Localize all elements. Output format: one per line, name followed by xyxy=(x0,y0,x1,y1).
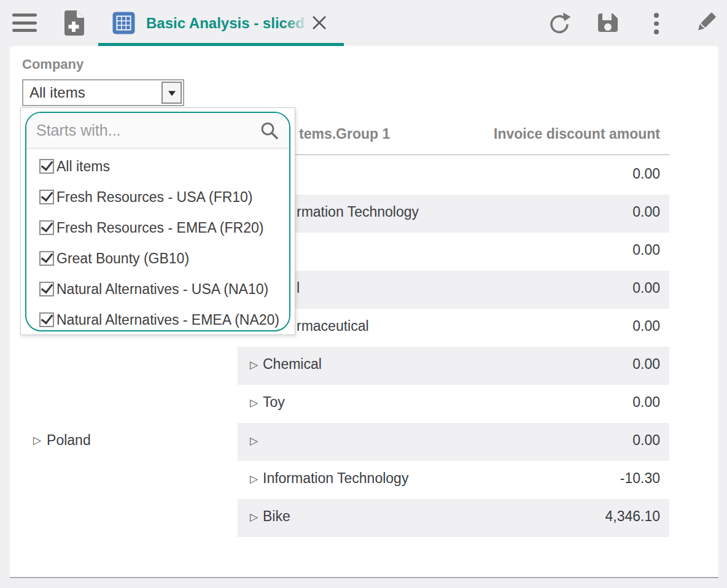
toolbar: Basic Analysis - sliced xyxy=(0,0,727,46)
checkbox-checked-icon[interactable] xyxy=(39,282,54,296)
row-label-fragment: l xyxy=(297,280,300,296)
slicer-search-box[interactable] xyxy=(26,113,289,149)
row-group-label: Poland xyxy=(47,432,91,448)
row-value: 0.00 xyxy=(632,166,660,182)
pencil-icon xyxy=(693,10,718,35)
table-header-divider xyxy=(238,154,669,155)
expand-arrow-icon[interactable]: ▷ xyxy=(33,434,41,446)
table-row[interactable]: ▷0.00 xyxy=(238,423,669,461)
row-value: 0.00 xyxy=(632,242,660,258)
tab-title: Basic Analysis - sliced xyxy=(146,14,307,33)
slicer-option[interactable]: Natural Alternatives - EMEA (NA20) xyxy=(26,304,289,331)
slicer-option-label: Fresh Resources - EMEA (FR20) xyxy=(56,220,263,236)
save-icon xyxy=(596,10,620,35)
checkbox-checked-icon[interactable] xyxy=(39,312,54,327)
column-header-items-group[interactable]: tems.Group 1 xyxy=(299,126,390,142)
row-value: 4,346.10 xyxy=(605,508,660,525)
table-row[interactable]: l0.00 xyxy=(238,271,669,309)
table-grid-icon xyxy=(112,12,135,37)
row-value: 0.00 xyxy=(632,394,660,411)
table-row[interactable]: rmation Technology0.00 xyxy=(238,195,669,233)
table-row[interactable]: ▷Bike4,346.10 xyxy=(238,499,669,537)
expand-arrow-icon[interactable]: ▷ xyxy=(250,358,258,371)
new-document-button[interactable] xyxy=(63,9,86,39)
table-row[interactable]: ▷Toy0.00 xyxy=(238,385,669,423)
table-row[interactable]: 0.00 xyxy=(238,233,669,271)
row-value: 0.00 xyxy=(632,318,660,335)
expand-arrow-icon[interactable]: ▷ xyxy=(250,397,258,409)
slicer-option[interactable]: Fresh Resources - EMEA (FR20) xyxy=(26,212,289,243)
save-button[interactable] xyxy=(596,10,620,37)
row-value: 0.00 xyxy=(632,432,660,449)
company-dropdown[interactable]: All items xyxy=(22,79,184,106)
checkbox-checked-icon[interactable] xyxy=(39,220,54,235)
search-icon xyxy=(260,121,279,141)
slicer-option-label: Fresh Resources - USA (FR10) xyxy=(56,189,253,206)
refresh-icon xyxy=(547,11,572,36)
expand-arrow-icon[interactable]: ▷ xyxy=(250,473,258,485)
slicer-label: Company xyxy=(22,56,84,72)
row-label-fragment: rmaceutical xyxy=(297,318,369,335)
tab-basic-analysis[interactable]: Basic Analysis - sliced xyxy=(98,0,344,46)
edit-button[interactable] xyxy=(693,10,718,37)
expand-arrow-icon[interactable]: ▷ xyxy=(250,435,258,447)
slicer-option-label: Natural Alternatives - USA (NA10) xyxy=(56,281,268,298)
table-body: 0.00rmation Technology0.000.00l0.00rmace… xyxy=(238,157,669,537)
table-row[interactable]: ▷Information Technology-10.30 xyxy=(238,461,669,499)
slicer-option-label: Natural Alternatives - EMEA (NA20) xyxy=(56,312,279,328)
dropdown-toggle-button[interactable] xyxy=(161,82,182,104)
row-label: Toy xyxy=(263,394,285,411)
checkbox-checked-icon[interactable] xyxy=(39,190,54,204)
row-label: Bike xyxy=(263,508,290,525)
slicer-dropdown-inner: All itemsFresh Resources - USA (FR10)Fre… xyxy=(25,112,290,331)
tab-title-fade xyxy=(285,14,308,33)
report-canvas: Company All items tems.Group 1 Invoice d… xyxy=(10,46,718,577)
row-value: -10.30 xyxy=(620,470,660,487)
tab-close-icon[interactable] xyxy=(311,14,328,31)
slicer-option[interactable]: Natural Alternatives - USA (NA10) xyxy=(26,274,289,304)
refresh-button[interactable] xyxy=(547,11,572,38)
slicer-option-label: All items xyxy=(56,158,110,175)
slicer-option-list: All itemsFresh Resources - USA (FR10)Fre… xyxy=(26,149,289,331)
kebab-menu-icon[interactable] xyxy=(652,13,661,35)
expand-arrow-icon[interactable]: ▷ xyxy=(250,511,258,523)
table-row[interactable]: 0.00 xyxy=(238,157,669,195)
slicer-option[interactable]: Great Bounty (GB10) xyxy=(26,243,289,274)
row-label: Information Technology xyxy=(263,470,408,487)
row-value: 0.00 xyxy=(632,356,660,373)
slicer-option[interactable]: Fresh Resources - USA (FR10) xyxy=(26,182,289,212)
company-dropdown-value: All items xyxy=(29,84,85,101)
checkbox-checked-icon[interactable] xyxy=(39,251,54,266)
chevron-down-icon xyxy=(168,91,176,96)
slicer-option[interactable]: All items xyxy=(26,151,289,182)
column-header-invoice-discount[interactable]: Invoice discount amount xyxy=(494,126,660,142)
slicer-search-input[interactable] xyxy=(36,122,260,139)
hamburger-menu-icon[interactable] xyxy=(12,14,37,32)
row-label-fragment: rmation Technology xyxy=(297,204,419,220)
checkbox-checked-icon[interactable] xyxy=(39,159,54,174)
app-window: Basic Analysis - sliced xyxy=(0,0,727,588)
table-row[interactable]: ▷Chemical0.00 xyxy=(238,347,669,385)
table-row[interactable]: rmaceutical0.00 xyxy=(238,309,669,347)
new-document-icon xyxy=(63,9,86,37)
slicer-option-label: Great Bounty (GB10) xyxy=(56,250,189,267)
row-value: 0.00 xyxy=(632,280,660,296)
row-label: Chemical xyxy=(263,356,322,373)
row-group-poland[interactable]: ▷Poland xyxy=(33,432,91,449)
row-value: 0.00 xyxy=(632,204,660,220)
slicer-dropdown-panel: All itemsFresh Resources - USA (FR10)Fre… xyxy=(20,107,295,335)
